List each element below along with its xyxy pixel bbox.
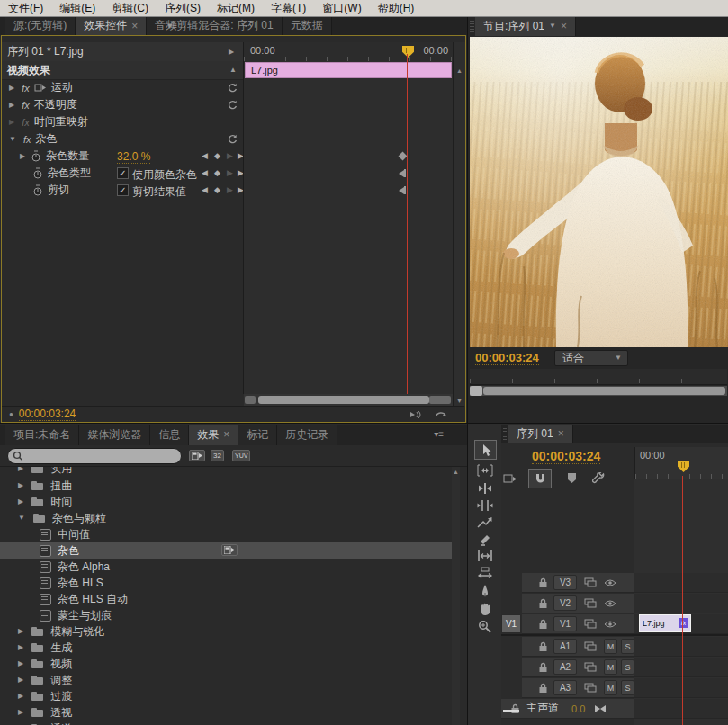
- menu-clip[interactable]: 剪辑(C): [103, 0, 157, 18]
- panel-menu-icon[interactable]: ▾≡: [167, 21, 177, 31]
- reset-icon[interactable]: [227, 83, 238, 94]
- effects-item-row[interactable]: 杂色 Alpha: [0, 559, 467, 575]
- close-icon[interactable]: ×: [558, 427, 564, 440]
- effects-folder-row[interactable]: ▶ 通道: [0, 721, 467, 725]
- solo-button[interactable]: S: [621, 639, 634, 654]
- tab-effects[interactable]: 效果 ×: [189, 425, 238, 445]
- slide-tool-icon[interactable]: [477, 567, 493, 580]
- tool-selection[interactable]: [474, 440, 497, 460]
- effects-folder-row[interactable]: ▶ 实用: [0, 466, 467, 477]
- disclosure-icon[interactable]: ▶: [20, 153, 25, 160]
- lock-icon[interactable]: [538, 619, 548, 630]
- ec-timecode[interactable]: 00:00:03:24: [19, 407, 76, 421]
- slip-tool-icon[interactable]: [477, 550, 493, 562]
- timeline-playhead-line[interactable]: [682, 476, 683, 725]
- next-keyframe-icon[interactable]: ▶: [227, 186, 233, 194]
- chevron-up-icon[interactable]: ▲: [229, 67, 237, 74]
- marker-icon[interactable]: [566, 472, 578, 485]
- track-a1-content[interactable]: [634, 637, 728, 657]
- menu-sequence[interactable]: 序列(S): [157, 0, 209, 18]
- ec-fx-noise-row[interactable]: ▼ fx 杂色: [2, 130, 244, 148]
- effects-item-row[interactable]: 杂色 HLS: [0, 575, 467, 591]
- timeline-ruler[interactable]: 00:00: [634, 447, 728, 480]
- track-name-button[interactable]: A2: [553, 659, 577, 675]
- stopwatch-icon[interactable]: [32, 167, 43, 179]
- effects-folder-row[interactable]: ▶ 扭曲: [0, 478, 467, 494]
- track-master-content[interactable]: [634, 699, 728, 719]
- play-audio-icon[interactable]: [409, 409, 423, 420]
- disclosure-icon[interactable]: ▶: [18, 498, 23, 506]
- track-name-button[interactable]: A1: [553, 639, 577, 654]
- close-icon[interactable]: ×: [223, 428, 229, 441]
- ec-column-divider[interactable]: [243, 42, 244, 394]
- search-input[interactable]: [7, 448, 182, 464]
- effects-item-row[interactable]: 杂色 HLS 自动: [0, 591, 467, 607]
- panel-menu-icon[interactable]: ▾≡: [434, 429, 444, 439]
- effects-folder-row[interactable]: ▶ 模糊与锐化: [0, 623, 467, 640]
- sync-lock-icon[interactable]: [584, 598, 597, 608]
- add-keyframe-icon[interactable]: ◆: [214, 186, 220, 194]
- master-track-label[interactable]: 主声道: [526, 701, 559, 716]
- next-keyframe-icon[interactable]: ▶: [227, 152, 233, 160]
- tab-info[interactable]: 信息: [150, 425, 189, 445]
- disclosure-icon[interactable]: ▶: [18, 676, 23, 684]
- close-icon[interactable]: ×: [561, 20, 567, 32]
- ec-timeline-body[interactable]: [244, 61, 453, 394]
- effects-list-scrollbar[interactable]: ▲: [452, 467, 460, 725]
- disclosure-icon[interactable]: ▶: [18, 482, 23, 489]
- ec-clip-header[interactable]: 序列 01 * L7.jpg ▶: [2, 42, 244, 62]
- program-scrollbar[interactable]: [470, 386, 727, 396]
- prev-keyframe-icon[interactable]: ◀: [202, 152, 208, 160]
- menu-help[interactable]: 帮助(H): [370, 0, 423, 18]
- lock-icon[interactable]: [538, 683, 548, 694]
- snap-toggle[interactable]: [528, 469, 552, 488]
- sync-lock-icon[interactable]: [584, 577, 597, 587]
- menu-marker[interactable]: 标记(M): [209, 0, 263, 18]
- effects-folder-row[interactable]: ▶ 生成: [0, 640, 467, 656]
- scrollbar-thumb[interactable]: [258, 396, 429, 404]
- sync-lock-icon[interactable]: [584, 662, 597, 672]
- keyframe-display-icon[interactable]: [594, 704, 607, 713]
- source-patch-v1[interactable]: V1: [501, 614, 521, 633]
- close-icon[interactable]: ×: [131, 20, 138, 32]
- track-select-tool-icon[interactable]: [477, 464, 493, 477]
- checkbox-clip-result[interactable]: ✓: [117, 184, 129, 196]
- track-name-button[interactable]: A3: [553, 680, 577, 695]
- keyframe-icon[interactable]: [399, 186, 407, 194]
- disclosure-icon[interactable]: ▶: [9, 85, 14, 92]
- checkbox-use-color-noise[interactable]: ✓: [117, 167, 129, 179]
- disclosure-icon[interactable]: ▶: [18, 693, 23, 700]
- tab-history[interactable]: 历史记录: [277, 425, 337, 445]
- timeline-playhead[interactable]: [678, 461, 689, 472]
- eye-icon[interactable]: [604, 578, 616, 587]
- chevron-right-icon[interactable]: ▶: [229, 49, 234, 56]
- tab-source-monitor[interactable]: 源:(无剪辑): [5, 17, 76, 35]
- tab-metadata[interactable]: 元数据: [283, 17, 332, 35]
- track-name-button[interactable]: V1: [553, 616, 577, 631]
- lock-icon[interactable]: [538, 641, 548, 652]
- track-v3-content[interactable]: [634, 573, 728, 593]
- bit32-badge-icon[interactable]: 32: [211, 450, 224, 461]
- lock-icon[interactable]: [538, 598, 548, 609]
- program-timecode[interactable]: 00:00:03:24: [475, 351, 539, 365]
- ec-playhead-line[interactable]: [407, 54, 408, 407]
- mute-button[interactable]: M: [604, 659, 617, 675]
- sync-lock-icon[interactable]: [584, 619, 597, 629]
- disclosure-icon[interactable]: ▶: [9, 102, 14, 109]
- track-a2-content[interactable]: [634, 658, 728, 677]
- ec-timeline-ruler[interactable]: 00:00 00:00: [244, 42, 453, 62]
- keyframe-icon[interactable]: [399, 169, 407, 177]
- yuv-badge-icon[interactable]: YUV: [232, 450, 250, 461]
- track-a3-content[interactable]: [634, 678, 728, 698]
- solo-button[interactable]: S: [621, 680, 634, 695]
- wrench-icon[interactable]: [592, 472, 606, 486]
- ec-fx-motion-row[interactable]: ▶ fx 运动: [2, 79, 244, 96]
- scroll-up-icon[interactable]: ▲: [453, 469, 459, 475]
- rate-stretch-tool-icon[interactable]: [477, 516, 493, 529]
- effects-folder-row[interactable]: ▶ 时间: [0, 494, 467, 510]
- tab-effect-controls[interactable]: 效果控件 ×: [76, 17, 147, 35]
- ec-vscrollbar[interactable]: ▲ ▼: [453, 42, 465, 406]
- reset-icon[interactable]: [227, 134, 238, 145]
- effects-folder-row[interactable]: ▶ 视频: [0, 656, 467, 672]
- ripple-edit-tool-icon[interactable]: [477, 482, 493, 495]
